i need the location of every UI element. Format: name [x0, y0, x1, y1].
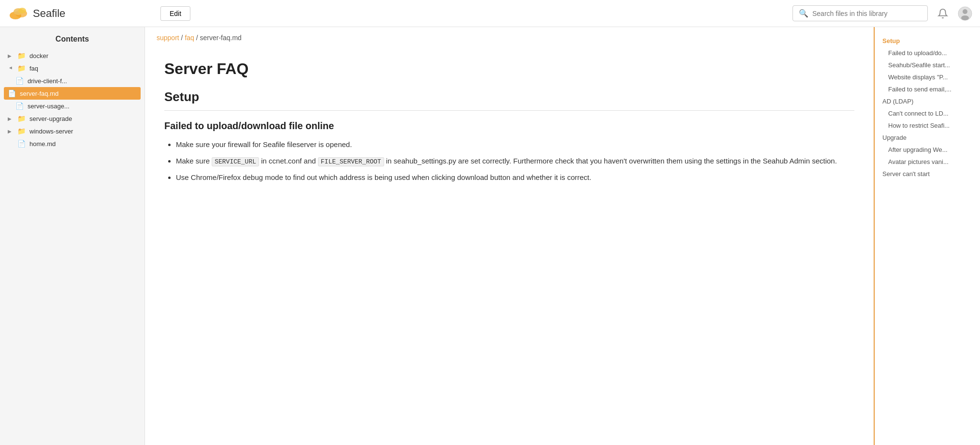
toc-item-server-cant-start[interactable]: Server can't start	[875, 168, 980, 180]
breadcrumb-support-link[interactable]: support	[157, 34, 179, 42]
toc-item-seahub-start[interactable]: Seahub/Seafile start...	[875, 59, 980, 71]
main-content: support / faq / server-faq.md Server FAQ…	[145, 27, 874, 445]
svg-point-6	[961, 15, 969, 20]
file-icon: 📄	[17, 140, 26, 148]
bullet-list: Make sure your firewall for Seafile file…	[164, 138, 854, 183]
file-icon: 📄	[8, 89, 16, 97]
search-box: 🔍	[793, 5, 928, 21]
toc-item-upgrade[interactable]: Upgrade	[875, 132, 980, 144]
header-center: Edit	[153, 6, 793, 21]
chevron-right-icon: ▶	[8, 116, 14, 121]
file-icon: 📄	[15, 77, 24, 85]
edit-button[interactable]: Edit	[160, 6, 190, 21]
header: Seafile Edit 🔍	[0, 0, 980, 27]
sidebar-item-server-upgrade[interactable]: ▶ 📁 server-upgrade	[0, 112, 144, 125]
header-right: 🔍	[793, 5, 972, 21]
toc-item-restrict-seafile[interactable]: How to restrict Seafi...	[875, 119, 980, 132]
sidebar-item-server-faq[interactable]: 📄 server-faq.md	[4, 87, 141, 100]
bullet-text-2: Make sure SERVICE_URL in ccnet.conf and …	[176, 157, 837, 165]
breadcrumb-faq-link[interactable]: faq	[185, 34, 194, 42]
sidebar-item-drive-client[interactable]: 📄 drive-client-f...	[0, 74, 144, 87]
toc-item-cant-connect-ldap[interactable]: Can't connect to LD...	[875, 107, 980, 119]
sidebar-label-server-faq: server-faq.md	[20, 90, 58, 97]
sidebar-item-home-md[interactable]: 📄 home.md	[0, 137, 144, 150]
sidebar-label-server-usage: server-usage...	[28, 103, 70, 110]
search-icon: 🔍	[799, 9, 808, 18]
app-title: Seafile	[33, 7, 65, 20]
sidebar-title: Contents	[0, 35, 144, 49]
sidebar: Contents ▶ 📁 docker ▼ 📁 faq 📄 drive-clie…	[0, 27, 145, 445]
code-file-server-root: FILE_SERVER_ROOT	[318, 157, 384, 166]
sidebar-label-server-upgrade: server-upgrade	[29, 115, 72, 122]
toc-item-failed-email[interactable]: Failed to send email,...	[875, 83, 980, 95]
sidebar-item-faq[interactable]: ▼ 📁 faq	[0, 62, 144, 74]
section-title-setup: Setup	[164, 89, 854, 104]
folder-icon: 📁	[17, 115, 26, 122]
sidebar-label-docker: docker	[29, 52, 48, 59]
folder-icon: 📁	[17, 52, 26, 59]
svg-point-5	[963, 9, 967, 14]
user-avatar-icon[interactable]	[958, 6, 972, 21]
folder-icon: 📁	[17, 64, 26, 72]
file-icon: 📄	[15, 102, 24, 110]
body-layout: Contents ▶ 📁 docker ▼ 📁 faq 📄 drive-clie…	[0, 27, 980, 445]
search-input[interactable]	[812, 10, 922, 17]
bullet-text-3: Use Chrome/Firefox debug mode to find ou…	[176, 173, 591, 181]
list-item: Use Chrome/Firefox debug mode to find ou…	[176, 171, 854, 184]
bullet-text-1: Make sure your firewall for Seafile file…	[176, 140, 352, 148]
toc-item-setup[interactable]: Setup	[875, 35, 980, 47]
chevron-down-icon: ▼	[8, 65, 14, 71]
chevron-right-icon: ▶	[8, 129, 14, 134]
sidebar-label-drive-client: drive-client-f...	[28, 77, 67, 85]
toc-panel: Setup Failed to upload/do... Seahub/Seaf…	[874, 27, 980, 445]
list-item: Make sure your firewall for Seafile file…	[176, 138, 854, 151]
sidebar-item-docker[interactable]: ▶ 📁 docker	[0, 49, 144, 62]
subsection-title-upload: Failed to upload/download file online	[164, 120, 854, 132]
toc-item-avatar-pictures[interactable]: Avatar pictures vani...	[875, 156, 980, 168]
sidebar-label-faq: faq	[29, 65, 38, 72]
breadcrumb: support / faq / server-faq.md	[145, 27, 874, 48]
breadcrumb-file: / server-faq.md	[196, 34, 242, 42]
document-content: Server FAQ Setup Failed to upload/downlo…	[145, 48, 874, 445]
sidebar-label-windows-server: windows-server	[29, 128, 73, 135]
toc-item-ad-ldap[interactable]: AD (LDAP)	[875, 95, 980, 107]
toc-item-failed-upload[interactable]: Failed to upload/do...	[875, 47, 980, 59]
seafile-logo-icon	[8, 5, 29, 22]
folder-icon: 📁	[17, 127, 26, 135]
toc-item-website-displays[interactable]: Website displays "P...	[875, 71, 980, 83]
chevron-right-icon: ▶	[8, 53, 14, 59]
code-service-url: SERVICE_URL	[212, 157, 259, 166]
sidebar-item-windows-server[interactable]: ▶ 📁 windows-server	[0, 125, 144, 137]
list-item: Make sure SERVICE_URL in ccnet.conf and …	[176, 155, 854, 167]
toc-item-after-upgrading[interactable]: After upgrading We...	[875, 144, 980, 156]
sidebar-item-server-usage[interactable]: 📄 server-usage...	[0, 100, 144, 112]
section-divider	[164, 110, 854, 111]
svg-point-3	[18, 8, 26, 14]
logo-area: Seafile	[8, 5, 153, 22]
sidebar-label-home-md: home.md	[29, 140, 56, 148]
notification-bell-icon[interactable]	[936, 6, 950, 21]
page-title: Server FAQ	[164, 60, 854, 78]
